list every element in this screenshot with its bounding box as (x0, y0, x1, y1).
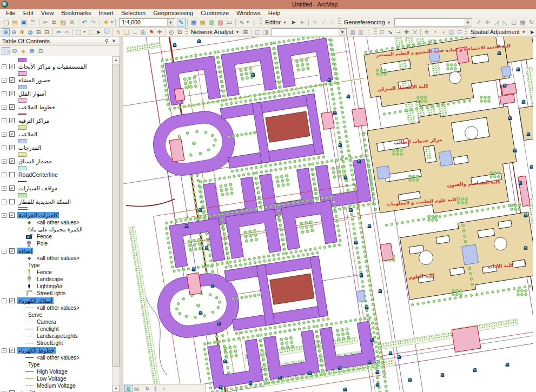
network-analyst-menu[interactable]: Network Analyst▼ (189, 28, 242, 36)
scroll-thumb[interactable] (113, 64, 120, 367)
find-route-icon[interactable]: ⚑ (147, 28, 155, 36)
layer-name[interactable]: المدرجات (17, 144, 42, 151)
scale_value-combobox[interactable]: 1:4,000▼ (119, 18, 175, 26)
scroll-down-icon[interactable]: ▼ (113, 385, 120, 392)
update-georeferencing-icon[interactable]: ↻ (527, 18, 536, 26)
layer-row[interactable]: −✓المستشفيات و مراكز الأبحاث (0, 63, 112, 70)
sa-open-links-icon[interactable]: ⊟ (455, 28, 464, 36)
sa-select-icon[interactable]: ⊡ (378, 28, 386, 36)
sa-adjust-icon[interactable]: ◔ (431, 28, 439, 36)
layer-name[interactable]: الملاعب (17, 131, 38, 137)
layer-row[interactable]: −✓المدرجات (0, 144, 112, 151)
symbol-swatch[interactable] (18, 152, 27, 157)
symbol-swatch[interactable] (18, 125, 27, 130)
rotate-icon[interactable]: ◺ (501, 18, 509, 26)
sa-delete-link-icon[interactable]: ⤫ (411, 28, 419, 36)
edit-annotation-icon[interactable]: ➤ (297, 18, 306, 26)
shift-icon[interactable]: ◻ (509, 18, 518, 26)
layer-checkbox[interactable]: ✓ (9, 185, 15, 191)
sa-attr-transfer-icon[interactable]: ◑ (439, 28, 447, 36)
html-popup-icon[interactable]: ❑ (123, 28, 131, 36)
layout-view-button[interactable]: ▤ (133, 385, 141, 392)
forward-extent-icon[interactable]: ⇨ (63, 28, 71, 36)
catalog-window-icon[interactable]: ▦ (198, 18, 207, 26)
layer-checkbox[interactable]: ✓ (9, 158, 15, 164)
sa-links-table-icon[interactable]: ▤ (447, 28, 455, 36)
symbol-swatch[interactable] (18, 166, 27, 170)
back-extent-icon[interactable]: ⇦ (55, 28, 63, 36)
layer-name[interactable]: جسور المشاة (17, 77, 52, 83)
map-viewport[interactable]: كلية الخدمة الاجتماعية و عمادة خدمة المج… (123, 37, 536, 392)
menu-windows[interactable]: Windows (233, 9, 264, 17)
layer-name[interactable]: السكة الحديدية للقطار (17, 198, 72, 205)
full-extent-icon[interactable]: ◍ (26, 28, 34, 36)
layer-row[interactable]: −✓إضاءة (0, 247, 112, 255)
arctoolbox-icon[interactable]: ▥ (216, 18, 224, 26)
spatial-adjustment-menu[interactable]: Spatial Adjustment▼ (468, 28, 528, 36)
zoom-out-icon[interactable]: ⊖ (10, 28, 18, 36)
new-map-icon[interactable]: ▢ (2, 18, 10, 26)
expander-icon[interactable]: − (2, 213, 6, 218)
layer-row[interactable]: −✓مواقف السيارات (0, 184, 112, 192)
layer-name[interactable]: مضمار السباق (17, 158, 53, 164)
layer-name[interactable]: مواقف السيارات (17, 185, 59, 191)
endpoint-arc-icon[interactable]: ∕ (319, 18, 328, 26)
layer-checkbox[interactable] (9, 172, 15, 177)
expander-icon[interactable]: − (2, 159, 6, 164)
title-bar[interactable]: Untitled - ArcMap (0, 0, 536, 9)
python-window-icon[interactable]: ▭ (225, 18, 234, 26)
layer-row[interactable]: −✓خطوط الملاعب (0, 103, 112, 111)
layer-name[interactable]: أسلاك الكهرباء (17, 297, 54, 304)
editor-menu[interactable]: Editor▼ (263, 18, 289, 26)
list-by-drawing-order-icon[interactable]: ⋮≡ (2, 47, 10, 55)
georef_layer-combobox[interactable]: ▼ (394, 18, 472, 26)
layer-checkbox[interactable]: ✓ (9, 348, 15, 353)
close-icon[interactable]: ✕ (110, 38, 117, 45)
na_layer-combobox[interactable]: ▼ (272, 28, 347, 36)
map-canvas[interactable]: كلية الخدمة الاجتماعية و عمادة خدمة المج… (123, 37, 533, 392)
symbol-swatch[interactable] (18, 98, 27, 103)
layer-row[interactable]: −السكة الحديدية للقطار (0, 198, 112, 205)
layer-name[interactable]: أسوار الفلل (17, 90, 47, 97)
go-to-xy-icon[interactable]: ✛ (155, 28, 163, 36)
trace-icon[interactable]: ∕ (328, 18, 337, 26)
list-by-visibility-icon[interactable]: ◈ (19, 47, 28, 55)
symbol-swatch[interactable] (18, 71, 27, 76)
list-by-selection-icon[interactable]: ⛃ (28, 47, 36, 55)
edit-tool-arrow-icon[interactable]: ➤ (289, 18, 297, 26)
scroll-up-icon[interactable]: ▲ (113, 56, 120, 63)
refresh-view-button[interactable]: ↻ (143, 385, 151, 392)
paste-icon[interactable]: ▨ (58, 18, 67, 26)
expander-icon[interactable]: − (2, 91, 6, 96)
layer-checkbox[interactable]: ✓ (9, 77, 15, 83)
layer-row[interactable]: −✓جسور المشاة (0, 76, 112, 84)
menu-customize[interactable]: Customize (197, 9, 233, 17)
search-window-icon[interactable]: ▥ (207, 18, 216, 26)
toolbar-grip[interactable] (374, 28, 377, 36)
layer-row[interactable]: −✓كاميرات المراقبة (0, 211, 112, 219)
layer-checkbox[interactable]: ✓ (9, 145, 15, 150)
expander-icon[interactable]: − (2, 298, 6, 303)
layer-row[interactable]: −✓الملاعب (0, 130, 112, 138)
open-icon[interactable]: ▤ (10, 18, 19, 26)
layer-checkbox[interactable] (9, 199, 15, 204)
pause-drawing-button[interactable]: ∥ (151, 385, 160, 392)
layer-name[interactable]: RoadCenterline (17, 171, 59, 178)
sa-arrow-icon[interactable]: ➤ (528, 28, 536, 36)
georeferencing-menu[interactable]: Georeferencing▼ (342, 18, 393, 26)
cut-icon[interactable]: ✂ (41, 18, 49, 26)
create-network-location-icon[interactable]: ▦ (348, 28, 356, 36)
layer-row[interactable]: −✓خطوط الكهرباء (0, 347, 112, 354)
menu-help[interactable]: Help (264, 9, 284, 17)
expander-icon[interactable]: − (2, 200, 6, 204)
data-view-button[interactable]: ◍ (124, 385, 133, 392)
expander-icon[interactable]: − (2, 132, 6, 137)
symbol-swatch[interactable] (18, 58, 27, 62)
layer-name[interactable]: كاميرات المراقبة (17, 212, 59, 218)
hyperlink-icon[interactable]: ↯ (115, 28, 123, 36)
expander-icon[interactable]: − (2, 249, 6, 254)
save-icon[interactable]: ▣ (19, 18, 28, 26)
add-data-icon[interactable]: ✚ (102, 18, 110, 26)
zoom-to-layer-icon[interactable]: ◿ (492, 18, 500, 26)
layer-row[interactable]: −✓أسوار الفلل (0, 90, 112, 97)
